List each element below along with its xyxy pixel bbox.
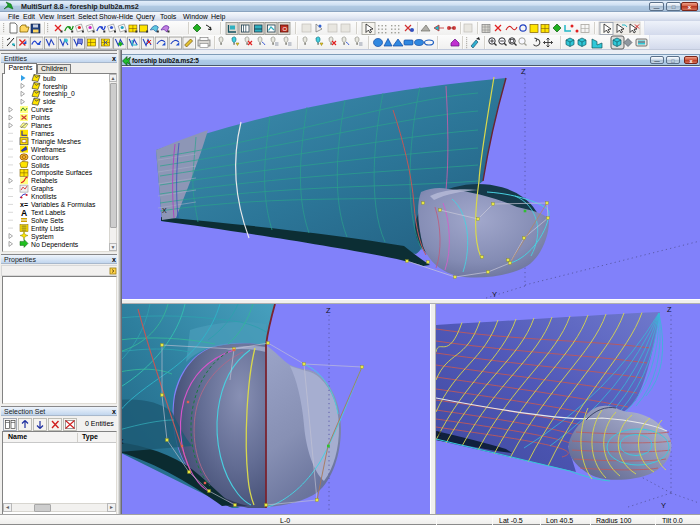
- svg-text:A: A: [21, 208, 27, 218]
- svg-text:foreship: foreship: [43, 83, 67, 91]
- svg-text:Wireframes: Wireframes: [31, 146, 66, 153]
- svg-text:X: X: [437, 430, 442, 437]
- svg-text:Z: Z: [667, 305, 672, 314]
- svg-text:Text Labels: Text Labels: [31, 209, 66, 216]
- svg-text:Points: Points: [31, 114, 50, 121]
- svg-text:Composite Surfaces: Composite Surfaces: [31, 169, 93, 177]
- svg-text:Relabels: Relabels: [31, 177, 58, 184]
- svg-text:No Dependents: No Dependents: [31, 241, 79, 249]
- svg-text:System: System: [31, 233, 54, 241]
- svg-text:Z: Z: [521, 67, 526, 76]
- svg-text:Z: Z: [326, 306, 331, 315]
- svg-text:foreship_0: foreship_0: [43, 90, 75, 98]
- svg-text:Entity Lists: Entity Lists: [31, 225, 64, 233]
- svg-text:Frames: Frames: [31, 130, 55, 137]
- svg-text:Solve Sets: Solve Sets: [31, 217, 64, 224]
- svg-text:Curves: Curves: [31, 106, 53, 113]
- svg-text:bulb: bulb: [43, 75, 56, 82]
- svg-text:Triangle Meshes: Triangle Meshes: [31, 138, 82, 146]
- svg-text:Y: Y: [492, 290, 497, 299]
- svg-text:Contours: Contours: [31, 154, 59, 161]
- svg-text:Planes: Planes: [31, 122, 52, 129]
- svg-text:Graphs: Graphs: [31, 185, 54, 193]
- svg-text:O: O: [283, 26, 288, 32]
- svg-text:Y: Y: [661, 501, 666, 510]
- svg-text:side: side: [43, 98, 56, 105]
- svg-text:Solids: Solids: [31, 162, 50, 169]
- svg-text:X: X: [162, 207, 167, 214]
- svg-text:Variables & Formulas: Variables & Formulas: [31, 201, 96, 208]
- svg-text:Knotlists: Knotlists: [31, 193, 57, 200]
